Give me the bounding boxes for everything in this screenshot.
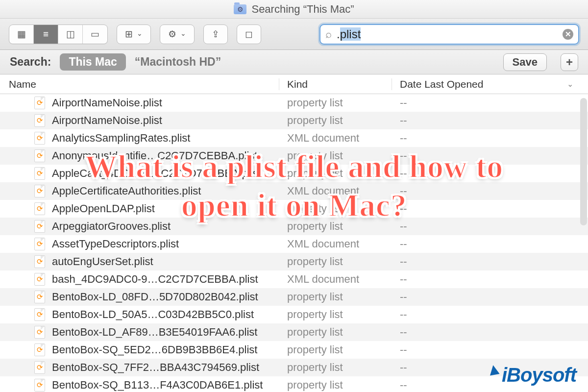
plist-file-icon: ⟳: [34, 167, 45, 180]
file-kind-cell: XML document: [279, 132, 392, 145]
file-kind-cell: property list: [279, 114, 392, 127]
file-date-cell: --: [392, 326, 588, 339]
plist-file-icon: ⟳: [34, 379, 45, 392]
file-name-text: AppleCast_4DC9AD…C2C7D7CEBBA.plist: [52, 167, 261, 180]
table-row[interactable]: ⟳AppleOpenLDAP.plistproperty list--: [0, 200, 588, 218]
file-name-text: AssetTypeDescriptors.plist: [52, 238, 179, 250]
file-kind-cell: property list: [279, 202, 392, 215]
table-row[interactable]: ⟳BentoBox-SQ_7FF2…BBA43C794569.plistprop…: [0, 359, 588, 376]
tag-icon: [245, 28, 253, 40]
window-title: Searching “This Mac”: [251, 3, 354, 16]
table-row[interactable]: ⟳AssetTypeDescriptors.plistXML document-…: [0, 235, 588, 253]
file-name-text: AppleCertificateAuthorities.plist: [52, 185, 201, 197]
plist-file-icon: ⟳: [34, 308, 45, 321]
results-header: Name Kind Date Last Opened ⌄: [0, 74, 588, 94]
plist-file-icon: ⟳: [34, 343, 45, 356]
file-kind-cell: property list: [279, 149, 392, 162]
file-name-cell: ⟳BentoBox-LD_AF89…B3E54019FAA6.plist: [0, 326, 279, 339]
file-kind-cell: property list: [279, 343, 392, 356]
tags-button[interactable]: [237, 24, 261, 44]
file-name-text: AnonymousIdentifie…C2C7D7CEBBA.plist: [52, 149, 257, 162]
file-name-text: bash_4DC9ADC0-9…C2C7D7CEBBA.plist: [52, 273, 258, 286]
file-name-cell: ⟳BentoBox-SQ_B113…F4A3C0DAB6E1.plist: [0, 379, 279, 392]
table-row[interactable]: ⟳AppleCertificateAuthorities.plistXML do…: [0, 182, 588, 200]
file-name-cell: ⟳AppleCast_4DC9AD…C2C7D7CEBBA.plist: [0, 167, 279, 180]
file-kind-cell: XML document: [279, 185, 392, 197]
arrange-menu-button[interactable]: [117, 24, 151, 44]
file-name-text: BentoBox-LD_08FD…5D70D802B042.plist: [52, 291, 258, 303]
file-name-cell: ⟳BentoBox-LD_08FD…5D70D802B042.plist: [0, 291, 279, 303]
file-name-text: BentoBox-SQ_7FF2…BBA43C794569.plist: [52, 361, 259, 374]
view-column-button[interactable]: [58, 25, 83, 44]
table-row[interactable]: ⟳AirportNameNoise.plistproperty list--: [0, 94, 588, 112]
file-date-cell: --: [392, 308, 588, 321]
table-row[interactable]: ⟳bash_4DC9ADC0-9…C2C7D7CEBBA.plistXML do…: [0, 270, 588, 288]
file-name-text: BentoBox-LD_50A5…C03D42BB5C0.plist: [52, 308, 254, 321]
file-name-cell: ⟳BentoBox-LD_50A5…C03D42BB5C0.plist: [0, 308, 279, 321]
save-search-button[interactable]: Save: [503, 53, 547, 71]
search-scope-bar: Search: This Mac “Macintosh HD” Save +: [0, 50, 588, 74]
file-date-cell: --: [392, 238, 588, 250]
share-button[interactable]: [203, 24, 228, 44]
file-kind-cell: XML document: [279, 273, 392, 286]
finder-toolbar: .plist ✕: [0, 19, 588, 50]
file-kind-cell: XML document: [279, 238, 392, 250]
file-date-cell: --: [392, 273, 588, 286]
finder-search-input[interactable]: .plist ✕: [319, 24, 579, 45]
file-date-cell: --: [392, 202, 588, 215]
scope-macintosh-hd[interactable]: “Macintosh HD”: [135, 55, 221, 69]
file-date-cell: --: [392, 361, 588, 374]
table-row[interactable]: ⟳autoEngUserSet.plistproperty list--: [0, 253, 588, 270]
table-row[interactable]: ⟳BentoBox-SQ_B113…F4A3C0DAB6E1.plistprop…: [0, 376, 588, 392]
search-query-text: .plist: [337, 27, 558, 41]
file-kind-cell: property list: [279, 326, 392, 339]
table-row[interactable]: ⟳BentoBox-LD_08FD…5D70D802B042.plistprop…: [0, 288, 588, 306]
file-kind-cell: property list: [279, 379, 392, 392]
table-row[interactable]: ⟳AppleCast_4DC9AD…C2C7D7CEBBA.plistprope…: [0, 165, 588, 182]
chevron-down-icon: [137, 29, 143, 40]
file-kind-cell: property list: [279, 97, 392, 109]
view-list-button[interactable]: [34, 25, 58, 44]
table-row[interactable]: ⟳ArpeggiatorGrooves.plistproperty list--: [0, 218, 588, 235]
plist-file-icon: ⟳: [34, 273, 45, 286]
file-date-cell: --: [392, 132, 588, 145]
table-row[interactable]: ⟳AnalyticsSamplingRates.plistXML documen…: [0, 129, 588, 147]
window-titlebar: ⚙ Searching “This Mac”: [0, 0, 588, 19]
add-criteria-button[interactable]: +: [561, 53, 578, 71]
file-name-cell: ⟳AppleOpenLDAP.plist: [0, 202, 279, 215]
table-row[interactable]: ⟳AnonymousIdentifie…C2C7D7CEBBA.plistpro…: [0, 147, 588, 165]
file-name-cell: ⟳AppleCertificateAuthorities.plist: [0, 185, 279, 197]
table-row[interactable]: ⟳BentoBox-SQ_5ED2…6DB9B3BB6E4.plistprope…: [0, 341, 588, 359]
column-kind-header[interactable]: Kind: [279, 78, 392, 90]
file-date-cell: --: [392, 343, 588, 356]
results-list[interactable]: ⟳AirportNameNoise.plistproperty list--⟳A…: [0, 94, 588, 392]
table-row[interactable]: ⟳BentoBox-LD_50A5…C03D42BB5C0.plistprope…: [0, 306, 588, 323]
file-name-cell: ⟳BentoBox-SQ_7FF2…BBA43C794569.plist: [0, 361, 279, 374]
clear-search-button[interactable]: ✕: [563, 29, 573, 40]
file-name-cell: ⟳ArpeggiatorGrooves.plist: [0, 220, 279, 233]
plist-file-icon: ⟳: [34, 238, 45, 250]
plist-file-icon: ⟳: [34, 220, 45, 233]
smart-folder-icon: ⚙: [234, 4, 246, 14]
scope-label: Search:: [10, 55, 51, 69]
file-name-text: autoEngUserSet.plist: [52, 255, 153, 268]
file-date-cell: --: [392, 185, 588, 197]
file-date-cell: --: [392, 149, 588, 162]
file-name-text: BentoBox-SQ_B113…F4A3C0DAB6E1.plist: [52, 379, 263, 392]
table-row[interactable]: ⟳BentoBox-LD_AF89…B3E54019FAA6.plistprop…: [0, 323, 588, 341]
share-icon: [212, 28, 220, 40]
arrange-icon: [125, 28, 133, 40]
action-menu-button[interactable]: [160, 24, 195, 44]
file-date-cell: --: [392, 167, 588, 180]
vertical-scrollbar[interactable]: [580, 98, 587, 225]
column-date-header[interactable]: Date Last Opened ⌄: [392, 78, 588, 90]
table-row[interactable]: ⟳AirportNameNoise.plistproperty list--: [0, 112, 588, 129]
file-name-text: BentoBox-LD_AF89…B3E54019FAA6.plist: [52, 326, 257, 339]
column-name-header[interactable]: Name: [0, 78, 279, 90]
plist-file-icon: ⟳: [34, 202, 45, 215]
view-gallery-button[interactable]: [83, 25, 107, 44]
view-icon-button[interactable]: [9, 25, 34, 44]
scope-this-mac[interactable]: This Mac: [60, 53, 125, 71]
file-date-cell: --: [392, 114, 588, 127]
plist-file-icon: ⟳: [34, 255, 45, 268]
